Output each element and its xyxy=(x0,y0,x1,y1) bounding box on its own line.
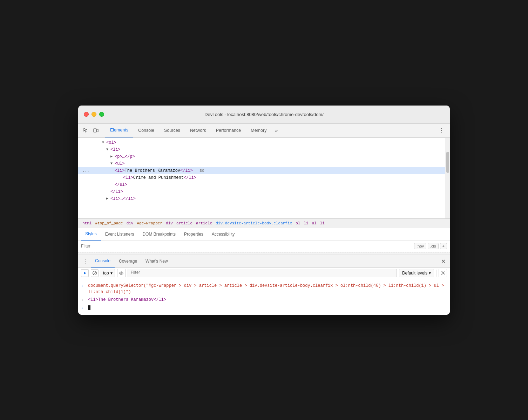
styles-filter-input[interactable]: Filter xyxy=(81,244,414,249)
hov-button[interactable]: :hov xyxy=(414,243,426,249)
tab-event-listeners[interactable]: Event Listeners xyxy=(101,228,138,241)
execute-script-button[interactable] xyxy=(81,269,89,277)
breadcrumb-item-div1[interactable]: div xyxy=(125,221,135,226)
breadcrumb-item-div2[interactable]: div xyxy=(164,221,174,226)
text-cursor xyxy=(88,305,90,310)
input-arrow-icon: › xyxy=(81,283,86,289)
live-expressions-button[interactable] xyxy=(117,269,126,277)
clear-console-button[interactable] xyxy=(91,269,99,277)
devtools-window: DevTools - localhost:8080/web/tools/chro… xyxy=(78,106,450,315)
maximize-button[interactable] xyxy=(99,112,104,117)
tab-styles[interactable]: Styles xyxy=(81,228,101,241)
tab-dom-breakpoints[interactable]: DOM Breakpoints xyxy=(138,228,180,241)
breadcrumb-item-ul[interactable]: ul xyxy=(311,221,318,226)
tab-properties[interactable]: Properties xyxy=(180,228,208,241)
console-cursor-line[interactable]: › xyxy=(81,304,447,312)
breadcrumb-bar: html #top_of_page div #gc-wrapper div ar… xyxy=(78,218,450,228)
svg-rect-0 xyxy=(94,129,96,132)
dom-line[interactable]: ▼ <li> xyxy=(78,146,445,153)
output-arrow-icon: ‹ xyxy=(81,297,86,303)
dom-line[interactable]: ▶ <p>…</p> xyxy=(78,153,445,160)
breadcrumb-item-div-class[interactable]: div.devsite-article-body.clearfix xyxy=(214,221,293,226)
cls-button[interactable]: .cls xyxy=(428,243,439,249)
dom-line-selected[interactable]: ... <li> The Brothers Karamazov </li> ==… xyxy=(78,167,445,174)
svg-marker-2 xyxy=(84,272,86,275)
elements-panel: ▼ <ol> ▼ <li> ▶ <p>…</p> ▼ <ul> xyxy=(78,138,450,218)
breadcrumb-item-article1[interactable]: article xyxy=(175,221,194,226)
drawer-tab-whats-new[interactable]: What's New xyxy=(141,255,172,267)
dom-line[interactable]: ▼ <ol> xyxy=(78,139,445,146)
dom-tree: ▼ <ol> ▼ <li> ▶ <p>…</p> ▼ <ul> xyxy=(78,138,445,218)
dom-line[interactable]: </li> xyxy=(78,188,445,195)
console-output-text: <li>The Brothers Karamazov</li> xyxy=(88,297,447,303)
drawer-close-button[interactable]: ✕ xyxy=(440,258,447,265)
dom-line[interactable]: </ul> xyxy=(78,181,445,188)
console-output: › document.querySelector("#gc-wrapper > … xyxy=(78,279,450,315)
styles-filter-actions: :hov .cls + xyxy=(414,243,447,249)
triangle-icon[interactable]: ▶ xyxy=(106,196,110,202)
cursor-arrow-icon: › xyxy=(81,305,86,311)
breadcrumb-item-article2[interactable]: article xyxy=(195,221,214,226)
log-level-selector[interactable]: Default levels ▾ xyxy=(399,269,434,277)
context-selector[interactable]: top ▾ xyxy=(101,269,115,277)
panel-resize-handle[interactable] xyxy=(78,252,450,255)
breadcrumb-item-top-of-page[interactable]: #top_of_page xyxy=(94,221,124,226)
console-filter-input[interactable]: Filter xyxy=(128,269,397,277)
svg-point-5 xyxy=(121,272,122,274)
tab-memory[interactable]: Memory xyxy=(246,123,271,137)
dots-indicator: ... xyxy=(81,168,89,174)
add-style-button[interactable]: + xyxy=(440,243,447,249)
tab-performance[interactable]: Performance xyxy=(211,123,246,137)
svg-point-6 xyxy=(442,272,444,274)
traffic-lights xyxy=(84,112,104,117)
window-title: DevTools - localhost:8080/web/tools/chro… xyxy=(204,112,324,117)
tab-overflow-button[interactable]: » xyxy=(273,128,280,133)
breadcrumb-item-html[interactable]: html xyxy=(81,221,93,226)
titlebar: DevTools - localhost:8080/web/tools/chro… xyxy=(78,106,450,124)
console-settings-button[interactable] xyxy=(439,269,447,277)
styles-tab-bar: Styles Event Listeners DOM Breakpoints P… xyxy=(78,228,450,241)
toolbar-divider xyxy=(436,270,436,277)
dom-line[interactable]: ▶ <li>…</li> xyxy=(78,195,445,202)
tab-accessibility[interactable]: Accessibility xyxy=(208,228,239,241)
triangle-icon[interactable]: ▼ xyxy=(106,147,110,153)
svg-line-4 xyxy=(93,272,96,275)
console-drawer: ⋮ Console Coverage What's New ✕ xyxy=(78,255,450,315)
breadcrumb-item-li2[interactable]: li xyxy=(319,221,326,226)
console-toolbar: top ▾ Filter Default levels ▾ xyxy=(78,268,450,279)
breadcrumb-item-gc-wrapper[interactable]: #gc-wrapper xyxy=(135,221,164,226)
minimize-button[interactable] xyxy=(92,112,96,117)
dom-line[interactable]: <li> Crime and Punishment </li> xyxy=(78,174,445,181)
styles-filter-bar: Filter :hov .cls + xyxy=(78,241,450,252)
drawer-tab-console[interactable]: Console xyxy=(91,255,115,267)
console-input-text: document.querySelector("#gc-wrapper > di… xyxy=(88,283,447,295)
svg-rect-1 xyxy=(97,129,98,132)
close-button[interactable] xyxy=(84,112,89,117)
inspect-element-button[interactable] xyxy=(81,126,91,135)
breadcrumb-item-ol[interactable]: ol xyxy=(294,221,302,226)
drawer-tab-bar: ⋮ Console Coverage What's New ✕ xyxy=(78,255,450,268)
devtools-menu-button[interactable]: ⋮ xyxy=(436,123,447,137)
dom-line[interactable]: ▼ <ul> xyxy=(78,160,445,167)
toolbar-separator xyxy=(103,127,103,134)
tab-console[interactable]: Console xyxy=(133,123,159,137)
breadcrumb-item-li1[interactable]: li xyxy=(302,221,310,226)
tab-network[interactable]: Network xyxy=(185,123,211,137)
tab-sources[interactable]: Sources xyxy=(159,123,185,137)
drawer-menu-button[interactable]: ⋮ xyxy=(81,256,91,266)
device-toolbar-button[interactable] xyxy=(91,126,101,135)
drawer-tab-coverage[interactable]: Coverage xyxy=(115,255,141,267)
triangle-icon[interactable]: ▼ xyxy=(110,161,115,167)
console-entry-input: › document.querySelector("#gc-wrapper > … xyxy=(81,282,447,296)
devtools-tab-bar: Elements Console Sources Network Perform… xyxy=(78,124,450,138)
tab-elements[interactable]: Elements xyxy=(105,123,133,137)
console-entry-output: ‹ <li>The Brothers Karamazov</li> xyxy=(81,296,447,304)
triangle-icon[interactable]: ▼ xyxy=(102,140,106,146)
dom-tree-scrollbar[interactable] xyxy=(445,138,450,218)
scrollbar-thumb[interactable] xyxy=(446,152,449,173)
triangle-icon[interactable]: ▶ xyxy=(110,154,115,160)
